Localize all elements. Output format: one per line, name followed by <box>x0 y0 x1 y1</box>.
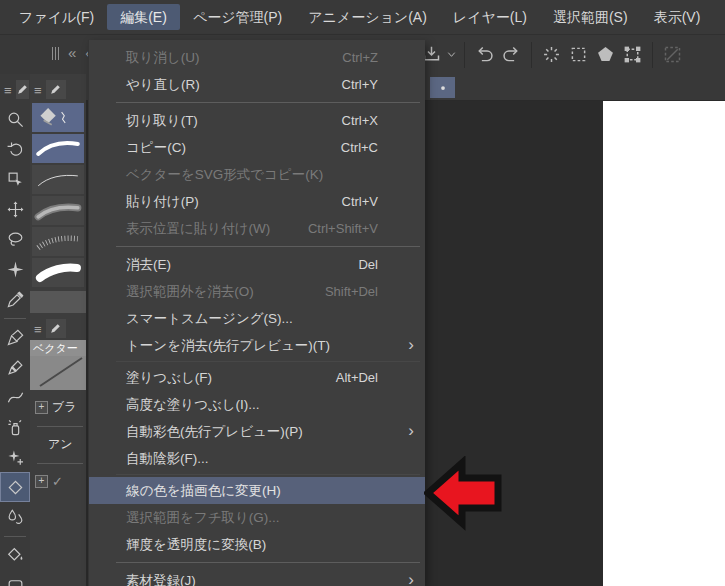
menubar-item[interactable]: ファイル(F) <box>6 4 107 30</box>
brush-preview <box>30 356 86 390</box>
figure-tool[interactable] <box>0 570 30 586</box>
panel-tab[interactable] <box>46 319 66 338</box>
panel-menu-icon[interactable]: ≡ <box>34 322 42 338</box>
menu-item[interactable]: ベクターをSVG形式でコピー(K) <box>89 161 425 188</box>
eyedropper-tool[interactable] <box>0 284 30 314</box>
stroke-subtool-5[interactable] <box>32 258 84 287</box>
command-bar-separator <box>531 42 532 68</box>
menu-item[interactable]: 切り取り(T)Ctrl+X <box>89 107 425 134</box>
undo-button[interactable] <box>471 40 498 69</box>
expand-plus-icon[interactable]: + <box>35 475 48 488</box>
toolbar-separator <box>0 314 30 322</box>
pencil-icon <box>49 322 62 335</box>
property-label: アン <box>48 436 73 453</box>
blend-tool[interactable] <box>0 502 30 532</box>
property-separator <box>37 426 83 427</box>
menu-item[interactable]: 塗りつぶし(F)Alt+Del <box>89 364 425 391</box>
panel-menu-icon[interactable]: ≡ <box>4 83 12 99</box>
marker-tool[interactable] <box>0 352 30 382</box>
subtool-group-label: ベクター <box>30 340 86 356</box>
pen-tool[interactable] <box>0 322 30 352</box>
stroke-subtool-3[interactable] <box>32 196 84 225</box>
menu-item[interactable]: 表示位置に貼り付け(W)Ctrl+Shift+V <box>89 215 425 242</box>
menu-item-label: 消去(E) <box>126 257 171 272</box>
tool-bar <box>0 104 30 586</box>
auto-select-tool[interactable] <box>0 254 30 284</box>
panel-tab[interactable] <box>16 80 29 99</box>
menu-item[interactable]: 消去(E)Del <box>89 251 425 278</box>
deselect-icon <box>541 44 562 65</box>
menu-item[interactable]: スマートスムージング(S)... <box>89 305 425 332</box>
annotation-arrow-icon <box>424 456 504 531</box>
stroke-subtool-4[interactable] <box>32 227 84 256</box>
menu-item[interactable]: 輝度を透明度に変換(B) <box>89 531 425 558</box>
selection-lasso-tool[interactable] <box>0 224 30 254</box>
menu-item-label: 選択範囲をフチ取り(G)... <box>126 510 280 525</box>
thumb-smooth-icon <box>33 135 83 162</box>
brush-tip-dot-button[interactable] <box>430 77 455 98</box>
menu-item-label: 表示位置に貼り付け(W) <box>126 221 270 236</box>
eraser-tool[interactable] <box>0 472 30 502</box>
airbrush-icon <box>6 418 25 437</box>
menu-item-shortcut: Ctrl+C <box>341 134 378 161</box>
menu-item[interactable]: 自動陰影(F)... <box>89 445 425 472</box>
check-icon[interactable]: ✓ <box>52 474 63 489</box>
menubar-item[interactable]: フィルター(I <box>713 4 725 30</box>
menubar-item[interactable]: ページ管理(P) <box>180 4 295 30</box>
object-tool[interactable] <box>0 164 30 194</box>
chevron-down-icon[interactable] <box>445 40 458 69</box>
move-tool[interactable] <box>0 194 30 224</box>
menu-item[interactable]: 線の色を描画色に変更(H) <box>89 477 425 504</box>
menubar-item[interactable]: 選択範囲(S) <box>540 4 641 30</box>
menu-item-label: やり直し(R) <box>126 77 200 92</box>
submenu-arrow-icon: › <box>408 331 414 358</box>
rotate-canvas-tool[interactable] <box>0 134 30 164</box>
fill-tool[interactable] <box>0 540 30 570</box>
transform-icon <box>622 44 643 65</box>
property-label: ブラ <box>52 399 77 416</box>
menu-item-shortcut: Ctrl+Z <box>342 44 378 71</box>
transform-button[interactable] <box>619 40 646 69</box>
canvas[interactable] <box>603 101 725 586</box>
zoom-tool[interactable] <box>0 104 30 134</box>
menu-group-gap <box>116 474 420 475</box>
curve-tool[interactable] <box>0 382 30 412</box>
fill-button[interactable] <box>592 40 619 69</box>
reselect-button[interactable] <box>565 40 592 69</box>
thumb-thin-icon <box>33 166 83 193</box>
menu-item-shortcut: Ctrl+Y <box>342 71 378 98</box>
menu-item[interactable]: コピー(C)Ctrl+C <box>89 134 425 161</box>
menu-item[interactable]: 選択範囲をフチ取り(G)... <box>89 504 425 531</box>
menu-item[interactable]: 選択範囲外を消去(O)Shift+Del <box>89 278 425 305</box>
menubar-item[interactable]: 表示(V) <box>641 4 714 30</box>
subtool-list <box>30 103 86 287</box>
expand-plus-icon[interactable]: + <box>35 401 48 414</box>
eraser-icon <box>6 478 25 497</box>
menubar-item[interactable]: レイヤー(L) <box>440 4 540 30</box>
eraser-subtool[interactable] <box>32 103 84 132</box>
menubar-item[interactable]: アニメーション(A) <box>295 4 440 30</box>
deselect-button[interactable] <box>538 40 565 69</box>
menu-item[interactable]: 取り消し(U)Ctrl+Z <box>89 44 425 71</box>
panel-grip-icon[interactable] <box>52 46 59 60</box>
airbrush-tool[interactable] <box>0 412 30 442</box>
menu-item[interactable]: 貼り付け(P)Ctrl+V <box>89 188 425 215</box>
stroke-subtool-1[interactable] <box>32 134 84 163</box>
panel-menu-icon[interactable]: ≡ <box>34 83 42 99</box>
subtool-panel: ≡ ≡ ベクター + ブラ アン + ✓ <box>30 74 86 586</box>
collapse-double-left-icon[interactable]: « <box>68 45 76 60</box>
menu-item[interactable]: 高度な塗りつぶし(I)... <box>89 391 425 418</box>
menu-item[interactable]: 自動彩色(先行プレビュー)(P)› <box>89 418 425 445</box>
subtool-panel-footer <box>30 291 86 313</box>
toolbar-separator <box>0 532 30 540</box>
menu-item-label: 貼り付け(P) <box>126 194 199 209</box>
redo-button[interactable] <box>498 40 525 69</box>
decoration-tool[interactable] <box>0 442 30 472</box>
menu-item-label: ベクターをSVG形式でコピー(K) <box>126 167 323 182</box>
menubar-item[interactable]: 編集(E) <box>107 4 180 30</box>
menu-item[interactable]: トーンを消去(先行プレビュー)(T)› <box>89 332 425 359</box>
menu-item[interactable]: 素材登録(J)› <box>89 567 425 586</box>
menu-item[interactable]: やり直し(R)Ctrl+Y <box>89 71 425 98</box>
panel-tab[interactable] <box>46 80 66 99</box>
stroke-subtool-2[interactable] <box>32 165 84 194</box>
